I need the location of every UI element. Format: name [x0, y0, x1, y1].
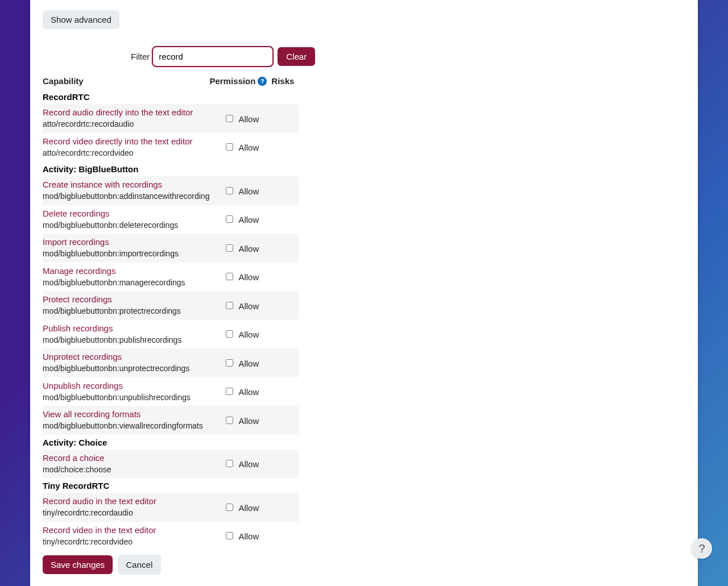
cap-cell: Record video directly into the text edit…: [43, 133, 209, 162]
allow-checkbox[interactable]: [226, 244, 233, 252]
cap-link[interactable]: Protect recordings: [43, 294, 112, 304]
permission-cell: Allow: [209, 104, 271, 133]
cap-cell: View all recording formatsmod/bigbluebut…: [43, 406, 209, 435]
cap-row: Unprotect recordingsmod/bigbluebuttonbn:…: [43, 348, 299, 377]
allow-label: Allow: [238, 215, 259, 225]
cap-cell: Record audio in the text editortiny/reco…: [43, 493, 209, 522]
cap-row: View all recording formatsmod/bigbluebut…: [43, 406, 299, 435]
allow-label: Allow: [238, 359, 259, 368]
cap-row: Record video in the text editortiny/reco…: [43, 522, 299, 551]
cap-code: mod/bigbluebuttonbn:protectrecordings: [43, 306, 181, 315]
allow-label: Allow: [238, 503, 259, 513]
cap-link[interactable]: View all recording formats: [43, 409, 140, 419]
cap-link[interactable]: Record video in the text editor: [43, 525, 156, 535]
cap-cell: Record audio directly into the text edit…: [43, 104, 209, 133]
cap-row: Protect recordingsmod/bigbluebuttonbn:pr…: [43, 291, 299, 320]
allow-label: Allow: [238, 244, 259, 253]
risks-cell: [271, 348, 299, 377]
cap-link[interactable]: Record audio directly into the text edit…: [43, 107, 193, 117]
allow-checkbox[interactable]: [226, 273, 233, 280]
allow-checkbox[interactable]: [226, 330, 233, 338]
cap-link[interactable]: Manage recordings: [43, 266, 115, 276]
group-title: Tiny RecordRTC: [43, 478, 299, 493]
cap-link[interactable]: Publish recordings: [43, 323, 113, 333]
allow-checkbox[interactable]: [226, 143, 233, 151]
cap-cell: Unpublish recordingsmod/bigbluebuttonbn:…: [43, 377, 209, 406]
allow-checkbox[interactable]: [226, 388, 233, 395]
cancel-button[interactable]: Cancel: [118, 555, 162, 575]
risks-cell: [271, 234, 299, 263]
save-button[interactable]: Save changes: [43, 555, 113, 574]
filter-input[interactable]: [152, 46, 274, 67]
cap-row: Record audio in the text editortiny/reco…: [43, 493, 299, 522]
allow-label: Allow: [238, 387, 259, 397]
permission-label: Permission: [209, 76, 255, 86]
risks-cell: [271, 263, 299, 292]
group-head: Activity: BigBlueButton: [43, 161, 299, 176]
cap-link[interactable]: Delete recordings: [43, 209, 110, 218]
cap-link[interactable]: Unprotect recordings: [43, 352, 122, 361]
cap-cell: Unprotect recordingsmod/bigbluebuttonbn:…: [43, 348, 209, 377]
cap-row: Manage recordingsmod/bigbluebuttonbn:man…: [43, 263, 299, 292]
permission-cell: Allow: [209, 291, 271, 320]
allow-checkbox[interactable]: [226, 302, 233, 309]
cap-row: Delete recordingsmod/bigbluebuttonbn:del…: [43, 205, 299, 234]
allow-label: Allow: [238, 416, 259, 426]
allow-label: Allow: [238, 301, 259, 311]
allow-checkbox[interactable]: [226, 115, 233, 122]
help-icon[interactable]: ?: [258, 77, 267, 86]
cap-row: Publish recordingsmod/bigbluebuttonbn:pu…: [43, 320, 299, 349]
group-title: RecordRTC: [43, 89, 299, 104]
cap-row: Create instance with recordingsmod/bigbl…: [43, 176, 299, 205]
allow-checkbox[interactable]: [226, 532, 233, 539]
cap-cell: Create instance with recordingsmod/bigbl…: [43, 176, 209, 205]
cap-code: tiny/recordrtc:recordaudio: [43, 508, 133, 517]
cap-cell: Manage recordingsmod/bigbluebuttonbn:man…: [43, 263, 209, 292]
clear-button[interactable]: Clear: [278, 47, 315, 66]
permission-cell: Allow: [209, 406, 271, 435]
risks-cell: [271, 493, 299, 522]
permission-cell: Allow: [209, 205, 271, 234]
allow-checkbox[interactable]: [226, 359, 233, 367]
floating-help-icon[interactable]: ?: [692, 538, 712, 559]
cap-cell: Protect recordingsmod/bigbluebuttonbn:pr…: [43, 291, 209, 320]
permission-cell: Allow: [209, 348, 271, 377]
permission-cell: Allow: [209, 176, 271, 205]
allow-checkbox[interactable]: [226, 504, 233, 511]
risks-cell: [271, 522, 299, 551]
cap-link[interactable]: Import recordings: [43, 237, 109, 247]
filter-row: Filter Clear: [43, 46, 685, 67]
cap-link[interactable]: Record video directly into the text edit…: [43, 136, 192, 146]
cap-row: Import recordingsmod/bigbluebuttonbn:imp…: [43, 234, 299, 263]
cap-cell: Import recordingsmod/bigbluebuttonbn:imp…: [43, 234, 209, 263]
allow-checkbox[interactable]: [226, 215, 233, 223]
cap-row: Unpublish recordingsmod/bigbluebuttonbn:…: [43, 377, 299, 406]
allow-checkbox[interactable]: [226, 187, 233, 194]
cap-code: atto/recordrtc:recordvideo: [43, 148, 134, 157]
allow-checkbox[interactable]: [226, 417, 233, 424]
permission-cell: Allow: [209, 263, 271, 292]
risks-cell: [271, 406, 299, 435]
cap-link[interactable]: Record audio in the text editor: [43, 496, 156, 506]
risks-cell: [271, 291, 299, 320]
allow-checkbox[interactable]: [226, 460, 233, 467]
cap-code: mod/bigbluebuttonbn:managerecordings: [43, 278, 185, 287]
cap-cell: Record a choicemod/choice:choose: [43, 450, 209, 479]
cap-link[interactable]: Unpublish recordings: [43, 381, 123, 390]
allow-label: Allow: [238, 272, 259, 282]
permission-cell: Allow: [209, 450, 271, 479]
permission-cell: Allow: [209, 522, 271, 551]
cap-code: atto/recordrtc:recordaudio: [43, 119, 134, 128]
cap-link[interactable]: Create instance with recordings: [43, 180, 162, 189]
allow-label: Allow: [238, 186, 259, 196]
cap-link[interactable]: Record a choice: [43, 453, 104, 463]
permission-cell: Allow: [209, 377, 271, 406]
group-title: Activity: BigBlueButton: [43, 161, 299, 176]
group-head: Tiny RecordRTC: [43, 478, 299, 493]
group-head: RecordRTC: [43, 89, 299, 104]
cap-cell: Publish recordingsmod/bigbluebuttonbn:pu…: [43, 320, 209, 349]
cap-cell: Delete recordingsmod/bigbluebuttonbn:del…: [43, 205, 209, 234]
cap-row: Record a choicemod/choice:chooseAllow: [43, 450, 299, 479]
show-advanced-button[interactable]: Show advanced: [43, 10, 119, 29]
allow-label: Allow: [238, 114, 259, 124]
